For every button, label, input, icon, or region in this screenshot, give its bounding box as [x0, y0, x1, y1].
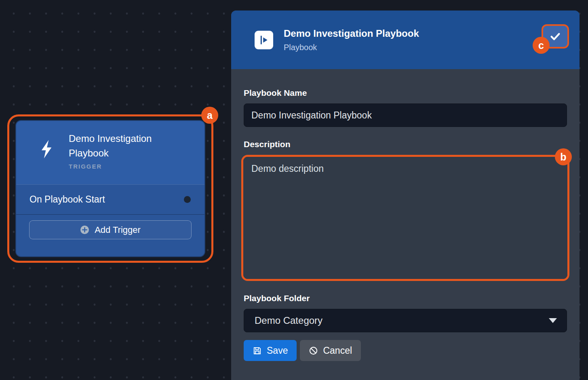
caret-down-icon	[549, 318, 557, 323]
add-trigger-label: Add Trigger	[95, 225, 141, 235]
save-icon	[253, 346, 262, 355]
connector-dot[interactable]	[184, 196, 191, 203]
annotation-box-b: b Demo description	[241, 155, 569, 281]
annotation-box-a: a Demo Investigation Playbook TRIGGER On…	[7, 114, 213, 263]
playbook-name-input[interactable]	[244, 103, 567, 127]
form-actions: Save Cancel	[244, 340, 567, 361]
panel-subtitle: Playbook	[284, 43, 419, 52]
annotation-badge-a: a	[201, 107, 218, 124]
playbook-folder-select[interactable]: Demo Category	[244, 309, 567, 332]
panel-body: Playbook Name Description b Demo descrip…	[231, 88, 580, 361]
lightning-icon	[38, 139, 55, 178]
playbook-folder-label: Playbook Folder	[244, 293, 567, 303]
annotation-badge-b: b	[555, 148, 572, 165]
confirm-button-wrap: c	[542, 24, 569, 49]
trigger-item-label: On Playbook Start	[30, 194, 105, 205]
playbook-name-label: Playbook Name	[244, 88, 567, 98]
node-title-block: Demo Investigation Playbook TRIGGER	[69, 131, 171, 178]
node-footer: Add Trigger	[16, 215, 204, 256]
save-button[interactable]: Save	[244, 340, 297, 361]
panel-title: Demo Investigation Playbook	[284, 28, 419, 39]
annotation-badge-c: c	[533, 37, 550, 54]
description-textarea[interactable]: Demo description	[243, 157, 567, 279]
node-type-label: TRIGGER	[69, 163, 171, 170]
check-icon	[549, 30, 562, 42]
playbook-icon	[255, 31, 273, 49]
trigger-node[interactable]: Demo Investigation Playbook TRIGGER On P…	[15, 120, 205, 257]
node-title: Demo Investigation Playbook	[69, 131, 171, 160]
node-header: Demo Investigation Playbook TRIGGER	[16, 121, 204, 184]
description-label: Description	[244, 139, 567, 149]
cancel-label: Cancel	[323, 345, 352, 356]
panel-header-texts: Demo Investigation Playbook Playbook	[284, 28, 419, 52]
add-trigger-button[interactable]: Add Trigger	[29, 220, 192, 239]
plus-icon	[80, 225, 89, 234]
folder-selected-value: Demo Category	[255, 315, 322, 326]
trigger-list-item[interactable]: On Playbook Start	[16, 184, 204, 215]
playbook-editor-panel: Demo Investigation Playbook Playbook c P…	[231, 11, 580, 380]
cancel-icon	[309, 346, 318, 355]
save-label: Save	[267, 345, 288, 356]
cancel-button[interactable]: Cancel	[300, 340, 361, 361]
panel-header: Demo Investigation Playbook Playbook c	[231, 11, 580, 69]
